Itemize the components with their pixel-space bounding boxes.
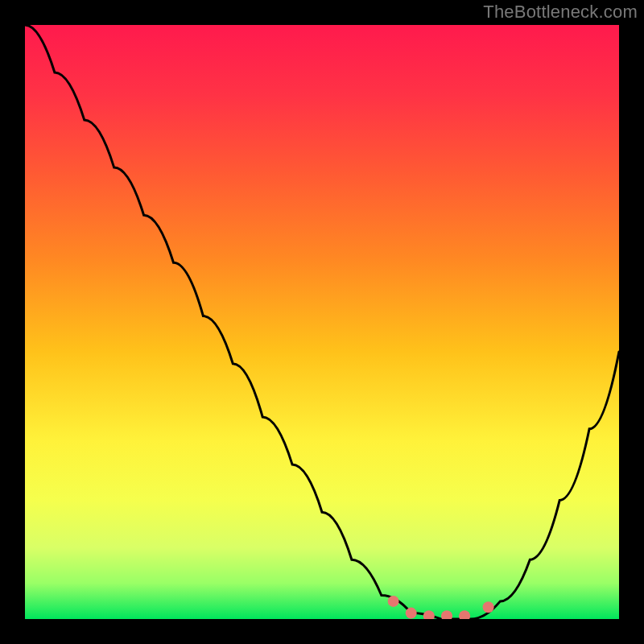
curve-marker [406, 608, 417, 619]
bottleneck-curve-path [25, 25, 619, 619]
curve-marker [483, 601, 494, 613]
curve-marker [441, 610, 452, 619]
plot-area [25, 25, 619, 619]
watermark-text: TheBottleneck.com [483, 2, 638, 23]
chart-svg [25, 25, 619, 619]
curve-marker [388, 596, 399, 607]
curve-marker [459, 610, 470, 619]
curve-marker [423, 610, 435, 619]
marker-group [388, 596, 494, 619]
chart-frame: TheBottleneck.com [0, 0, 644, 644]
